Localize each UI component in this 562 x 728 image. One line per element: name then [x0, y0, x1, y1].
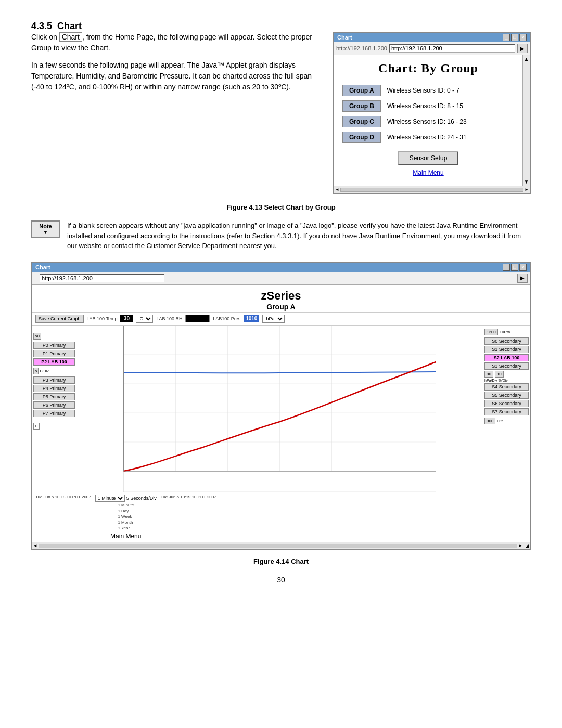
- s7-secondary-button[interactable]: S7 Secondary: [484, 408, 529, 415]
- right-scale-row: 90 10: [484, 371, 529, 378]
- scrollbar-up[interactable]: ▲: [524, 56, 529, 62]
- cdiv-label: C/Div: [40, 369, 48, 373]
- address-input[interactable]: [389, 44, 515, 53]
- p7-primary-button[interactable]: P7 Primary: [33, 410, 75, 417]
- scale-0-label: 0: [33, 423, 40, 430]
- close-button[interactable]: ×: [519, 34, 527, 41]
- main-menu-link[interactable]: Main Menu: [342, 169, 514, 176]
- group-row-b: Group B Wireless Sensors ID: 8 - 15: [342, 100, 514, 112]
- large-close-button[interactable]: ×: [519, 264, 527, 271]
- group-a-button[interactable]: Group A: [342, 85, 381, 96]
- scale-10-label: 10: [495, 371, 504, 378]
- sensor-setup-button[interactable]: Sensor Setup: [398, 151, 459, 165]
- save-graph-button[interactable]: Save Current Graph: [35, 315, 84, 323]
- left-labels-panel: 50 P0 Primary P1 Primary P2 LAB 100 5 C/…: [32, 326, 76, 492]
- s4-secondary-button[interactable]: S4 Secondary: [484, 383, 529, 391]
- p6-primary-button[interactable]: P6 Primary: [33, 401, 75, 409]
- time-interval-select[interactable]: 1 Minute 1 Day 1 Week 1 Month 1 Year: [95, 495, 125, 502]
- figure-413-caption: Figure 4.13 Select Chart by Group: [31, 203, 531, 211]
- group-d-desc: Wireless Sensors ID: 24 - 31: [387, 134, 467, 141]
- right-labels-panel: 1200 100% S0 Secondary S1 Secondary S2 L…: [483, 326, 530, 492]
- p0-primary-button[interactable]: P0 Primary: [33, 342, 75, 349]
- chart-controls-row: Save Current Graph LAB 100 Temp 30 C F L…: [32, 313, 530, 326]
- group-table: Group A Wireless Sensors ID: 0 - 7 Group…: [342, 85, 514, 143]
- scale-100pct-label: 100%: [500, 330, 510, 334]
- chart-by-group-content: Chart: By Group Group A Wireless Sensors…: [334, 55, 522, 186]
- group-b-desc: Wireless Sensors ID: 8 - 15: [387, 102, 463, 110]
- figure-414-caption: Figure 4.14 Chart: [31, 557, 531, 565]
- group-a-desc: Wireless Sensors ID: 0 - 7: [387, 87, 459, 94]
- s2-lab100-button[interactable]: S2 LAB 100: [484, 354, 529, 361]
- s1-secondary-button[interactable]: S1 Secondary: [484, 346, 529, 353]
- scrollbar-left[interactable]: ◄: [335, 187, 339, 192]
- p3-primary-button[interactable]: P3 Primary: [33, 376, 75, 384]
- chart-title-area: zSeries Group A: [32, 285, 530, 313]
- chart-button-reference: Chart: [59, 32, 82, 42]
- group-c-button[interactable]: Group C: [342, 116, 381, 127]
- section-heading: 4.3.5 Chart: [31, 21, 531, 32]
- hpa-div-label: hPa/Div %/Div: [484, 379, 529, 382]
- scale-50-label: 50: [33, 333, 41, 340]
- bottom-right-scale-row: 300 0%: [484, 418, 529, 424]
- p4-primary-button[interactable]: P4 Primary: [33, 385, 75, 392]
- group-row-c: Group C Wireless Sensors ID: 16 - 23: [342, 116, 514, 127]
- large-window-controls[interactable]: _ □ ×: [503, 264, 527, 271]
- p2-lab100-button[interactable]: P2 LAB 100: [33, 358, 75, 366]
- maximize-button[interactable]: □: [511, 34, 518, 41]
- large-maximize-button[interactable]: □: [511, 264, 518, 271]
- scrollbar-right[interactable]: ►: [525, 187, 529, 192]
- note-icon: Note: [31, 220, 60, 238]
- window-controls[interactable]: _ □ ×: [503, 34, 527, 41]
- bottom-main-menu-link[interactable]: Main Menu: [110, 532, 141, 540]
- lab100-pres-label: LAB100 Pres: [213, 316, 240, 321]
- large-scrollbar-left[interactable]: ◄: [33, 543, 37, 548]
- temp-value-box: 30: [120, 315, 133, 322]
- s6-secondary-button[interactable]: S6 Secondary: [484, 400, 529, 407]
- s0-secondary-button[interactable]: S0 Secondary: [484, 337, 529, 345]
- temp-unit-select[interactable]: C F: [136, 315, 153, 323]
- chart-sub-title: Group A: [32, 303, 530, 311]
- lab100-temp-label: LAB 100 Temp: [87, 316, 118, 321]
- top-right-vals: 1200 100%: [484, 329, 529, 335]
- address-go-button[interactable]: ▶: [517, 44, 528, 53]
- group-c-desc: Wireless Sensors ID: 16 - 23: [387, 118, 467, 125]
- p5-primary-button[interactable]: P5 Primary: [33, 393, 75, 400]
- s3-secondary-button[interactable]: S3 Secondary: [484, 362, 529, 370]
- large-scrollbar-right[interactable]: ►: [518, 543, 522, 548]
- time-end-label: Tue Jun 5 10:19:10 PDT 2007: [161, 495, 216, 499]
- intro-para2: In a few seconds the following page will…: [31, 60, 317, 93]
- p1-primary-button[interactable]: P1 Primary: [33, 350, 75, 357]
- time-options-list: 1 Minute1 Day1 Week1 Month1 Year: [118, 502, 134, 531]
- diagonal-resize-icon[interactable]: ◢: [526, 543, 529, 548]
- chart-by-group-window: Chart _ □ × http://192.168.1.200 ▶ Chart…: [333, 32, 531, 194]
- scale-1200-label: 1200: [484, 329, 498, 335]
- address-bar: http://192.168.1.200 ▶: [334, 42, 530, 55]
- scale-300-label: 300: [484, 418, 495, 424]
- chart-svg-area: [76, 326, 483, 492]
- large-address-go-button[interactable]: ▶: [517, 274, 528, 283]
- intro-text: Click on Chart, from the Home Page, the …: [31, 32, 317, 99]
- large-address-input[interactable]: [40, 274, 164, 282]
- minimize-button[interactable]: _: [503, 34, 510, 41]
- scale-90-label: 90: [484, 371, 493, 378]
- chart-grid-area: 50 P0 Primary P1 Primary P2 LAB 100 5 C/…: [32, 326, 530, 492]
- rh-value-box: [185, 315, 210, 322]
- group-d-button[interactable]: Group D: [342, 132, 381, 143]
- pres-unit-select[interactable]: hPa mb: [262, 315, 285, 323]
- scrollbar-down[interactable]: ▼: [524, 179, 529, 185]
- large-titlebar-label: Chart: [35, 264, 50, 270]
- large-minimize-button[interactable]: _: [503, 264, 510, 271]
- chart-by-group-title: Chart: By Group: [342, 61, 514, 75]
- group-row-a: Group A Wireless Sensors ID: 0 - 7: [342, 85, 514, 96]
- chart-bottom-controls: Tue Jun 5 10:18:10 PDT 2007 1 Minute 1 D…: [32, 492, 530, 542]
- address-label: http://192.168.1.200: [336, 45, 387, 51]
- scale-5-label: 5: [33, 368, 39, 374]
- group-row-d: Group D Wireless Sensors ID: 24 - 31: [342, 132, 514, 143]
- chart-svg: [76, 326, 483, 492]
- lab100-rh-label: LAB 100 RH: [156, 316, 182, 321]
- group-b-button[interactable]: Group B: [342, 100, 381, 112]
- time-start-label: Tue Jun 5 10:18:10 PDT 2007: [35, 495, 91, 499]
- s5-secondary-button[interactable]: S5 Secondary: [484, 392, 529, 399]
- window-titlebar: Chart _ □ ×: [334, 33, 530, 42]
- time-per-div-label: 5 Seconds/Div: [126, 496, 157, 501]
